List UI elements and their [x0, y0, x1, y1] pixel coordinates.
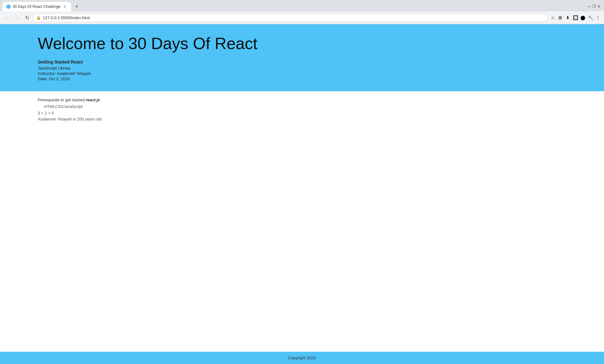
close-button[interactable]: ✕ — [596, 4, 601, 9]
page-content: Prerequisite to get started react.js HTM… — [0, 91, 604, 352]
page-footer: Copyright 2020 — [0, 352, 604, 364]
tab-search-icon[interactable]: ⊞ — [557, 14, 564, 21]
ext1-icon[interactable]: 🔲 — [572, 14, 579, 21]
restore-button[interactable]: ❐ — [591, 4, 596, 9]
star-icon[interactable]: ☆ — [549, 14, 556, 21]
page-title: Welcome to 30 Days Of React — [38, 34, 566, 53]
library-label: JavaScript Library — [38, 66, 566, 70]
download-icon[interactable]: ⬇ — [564, 14, 571, 21]
instructor-label: Instructor: Asabeneh Yetayeh — [38, 71, 566, 76]
toolbar-icons: ☆ ⊞ ⬇ 🔲 ⬤ 🔧 ⋮ — [549, 14, 601, 21]
nav-bar: ← → ↻ 🔒 127.0.0.1:5500/index.html ☆ ⊞ ⬇ … — [0, 11, 604, 24]
age-line: Asabeneh Yetayeh is 200 years old — [38, 117, 566, 121]
new-tab-button[interactable]: + — [72, 2, 81, 11]
reload-button[interactable]: ↻ — [23, 13, 31, 22]
window-controls: — ❐ ✕ — [586, 4, 601, 9]
menu-icon[interactable]: ⋮ — [595, 14, 601, 21]
copyright-text: Copyright 2020 — [288, 356, 316, 360]
prerequisite-line: Prerequisite to get started react.js — [38, 98, 566, 102]
address-text: 127.0.0.1:5500/index.html — [43, 15, 545, 20]
tab-close-button[interactable]: × — [62, 4, 67, 9]
prerequisite-highlight: react.js — [86, 98, 100, 102]
forward-button[interactable]: → — [13, 13, 21, 22]
browser-chrome: 30 Days Of React Challenge × + — ❐ ✕ ← →… — [0, 0, 604, 24]
active-tab[interactable]: 30 Days Of React Challenge × — [3, 2, 71, 11]
tab-title: 30 Days Of React Challenge — [13, 4, 60, 9]
page-header: Welcome to 30 Days Of React Getting Star… — [0, 24, 604, 91]
ext2-icon[interactable]: ⬤ — [579, 14, 586, 21]
minimize-button[interactable]: — — [586, 4, 591, 9]
ext3-icon[interactable]: 🔧 — [587, 14, 594, 21]
tab-favicon — [6, 4, 11, 9]
date-label: Date: Oct 2, 2020 — [38, 76, 566, 81]
back-button[interactable]: ← — [3, 13, 11, 22]
lock-icon: 🔒 — [36, 15, 41, 20]
subtitle: Getting Started React — [38, 59, 566, 64]
address-bar[interactable]: 🔒 127.0.0.1:5500/index.html — [33, 13, 548, 22]
tech-list: HTMLCSSJavaScript — [44, 104, 566, 109]
calc-line: 3 + 2 = 5 — [38, 111, 566, 115]
prerequisite-prefix: Prerequisite to get started — [38, 98, 86, 102]
tab-bar: 30 Days Of React Challenge × + — ❐ ✕ — [0, 0, 604, 11]
